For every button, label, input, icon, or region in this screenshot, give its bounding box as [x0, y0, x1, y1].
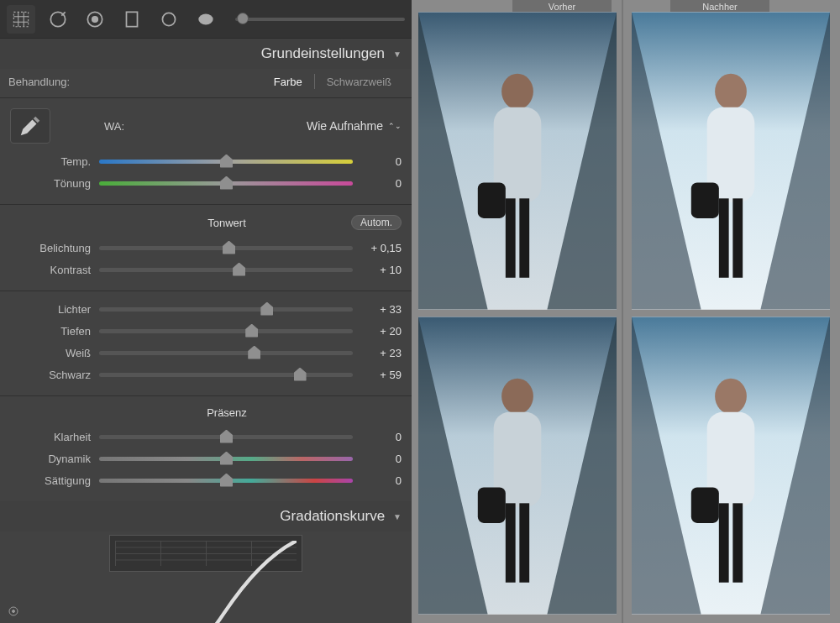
whites-value[interactable]: + 23 [361, 347, 402, 359]
before-column [412, 0, 622, 623]
spot-tool-icon[interactable] [44, 5, 72, 34]
blacks-label: Schwarz [10, 369, 91, 381]
presence-header: Präsenz [102, 406, 351, 419]
slider-handle[interactable] [220, 452, 233, 465]
shadows-value[interactable]: + 20 [361, 325, 402, 338]
panel-header-gradation[interactable]: Gradationskurve ▼ [0, 501, 412, 531]
slider-handle[interactable] [294, 368, 307, 381]
after-column [622, 0, 840, 623]
radial-tool-icon[interactable] [155, 5, 183, 34]
target-icon[interactable] [7, 605, 20, 618]
temp-value[interactable]: 0 [361, 155, 402, 168]
develop-panel: Grundeinstellungen ▼ Behandlung: Farbe S… [0, 0, 412, 623]
svg-rect-26 [506, 503, 516, 582]
panel-title: Grundeinstellungen [261, 45, 385, 62]
slider-handle[interactable] [220, 430, 233, 443]
shadows-label: Tiefen [10, 325, 91, 338]
contrast-value[interactable]: + 10 [361, 264, 402, 276]
disclosure-icon[interactable]: ▼ [393, 50, 402, 59]
vibrance-slider[interactable] [99, 457, 353, 461]
preview-thumb[interactable] [632, 317, 830, 615]
crop-tool-icon[interactable] [7, 5, 35, 34]
svg-point-32 [715, 74, 747, 109]
slider-handle[interactable] [237, 13, 249, 24]
clarity-value[interactable]: 0 [361, 431, 402, 443]
shadows-slider[interactable] [99, 329, 353, 333]
svg-rect-36 [691, 182, 719, 217]
svg-point-10 [198, 13, 213, 24]
svg-point-12 [13, 610, 15, 613]
wb-preset-value: Wie Aufnahme [307, 119, 383, 133]
svg-rect-20 [478, 182, 506, 217]
treatment-options: Farbe Schwarzweiß [262, 74, 403, 89]
redeye-tool-icon[interactable] [81, 5, 109, 34]
tint-slider-row: Tönung 0 [10, 172, 402, 194]
svg-rect-35 [732, 198, 743, 277]
treatment-color[interactable]: Farbe [262, 76, 314, 88]
blacks-slider[interactable] [99, 373, 353, 377]
slider-handle[interactable] [220, 154, 233, 168]
svg-rect-27 [519, 503, 529, 582]
contrast-label: Kontrast [10, 264, 91, 276]
svg-rect-44 [691, 487, 719, 522]
whites-slider[interactable] [99, 351, 353, 355]
brush-tool-icon[interactable] [192, 5, 220, 34]
gradient-tool-icon[interactable] [118, 5, 146, 34]
exposure-value[interactable]: + 0,15 [361, 242, 402, 254]
presence-section: Präsenz Klarheit0 Dynamik0 Sättigung0 [0, 395, 412, 501]
slider-handle[interactable] [223, 241, 235, 254]
auto-button[interactable]: Autom. [351, 215, 402, 230]
tone-curve[interactable] [109, 535, 302, 572]
preview-thumb[interactable] [632, 12, 830, 310]
tone-section: Tonwert Autom. Belichtung+ 0,15 Kontrast… [0, 204, 412, 291]
slider-handle[interactable] [248, 346, 260, 359]
preview-thumb[interactable] [418, 317, 617, 615]
preview-thumb[interactable] [418, 12, 617, 310]
whitebalance-section: WA: Wie Aufnahme ⌃⌄ Temp. 0 Tönung 0 [0, 97, 412, 204]
vibrance-label: Dynamik [10, 453, 91, 465]
temp-label: Temp. [10, 155, 91, 168]
treatment-row: Behandlung: Farbe Schwarzweiß [0, 69, 412, 97]
saturation-label: Sättigung [10, 474, 91, 487]
brush-size-slider[interactable] [235, 18, 405, 21]
blacks-value[interactable]: + 59 [361, 369, 402, 381]
toolbar [0, 0, 412, 39]
clarity-slider[interactable] [99, 435, 353, 439]
svg-point-40 [715, 379, 747, 414]
panel-header-basic[interactable]: Grundeinstellungen ▼ [0, 39, 412, 69]
svg-rect-18 [506, 198, 516, 277]
tint-label: Tönung [10, 177, 91, 190]
wb-eyedropper-icon[interactable] [10, 108, 50, 144]
slider-handle[interactable] [220, 176, 233, 190]
slider-handle[interactable] [220, 474, 233, 487]
contrast-slider[interactable] [99, 268, 353, 272]
slider-handle[interactable] [233, 263, 245, 276]
highlights-slider[interactable] [99, 307, 353, 312]
slider-handle[interactable] [260, 302, 273, 316]
svg-rect-28 [478, 487, 506, 522]
svg-rect-8 [127, 12, 138, 26]
clarity-label: Klarheit [10, 431, 91, 443]
panel-title-gradation: Gradationskurve [280, 508, 385, 525]
svg-rect-0 [13, 12, 28, 26]
temp-slider[interactable] [99, 160, 353, 164]
exposure-slider[interactable] [99, 246, 353, 250]
highlights-value[interactable]: + 33 [361, 303, 402, 316]
highlights-label: Lichter [10, 303, 91, 316]
wb-label: WA: [104, 120, 124, 133]
disclosure-icon[interactable]: ▼ [393, 512, 402, 521]
svg-rect-43 [732, 503, 743, 582]
svg-point-7 [92, 16, 98, 22]
treatment-bw[interactable]: Schwarzweiß [315, 76, 403, 88]
vibrance-value[interactable]: 0 [361, 453, 402, 465]
tint-slider[interactable] [99, 181, 353, 186]
saturation-value[interactable]: 0 [361, 474, 402, 487]
slider-handle[interactable] [245, 324, 258, 338]
wb-preset-select[interactable]: Wie Aufnahme ⌃⌄ [307, 119, 402, 133]
tone-header: Tonwert [102, 217, 351, 229]
tint-value[interactable]: 0 [361, 177, 402, 190]
saturation-slider[interactable] [99, 479, 353, 483]
svg-rect-19 [519, 198, 529, 277]
tone-section-2: Lichter+ 33 Tiefen+ 20 Weiß+ 23 Schwarz+… [0, 291, 412, 395]
svg-point-16 [501, 74, 533, 109]
